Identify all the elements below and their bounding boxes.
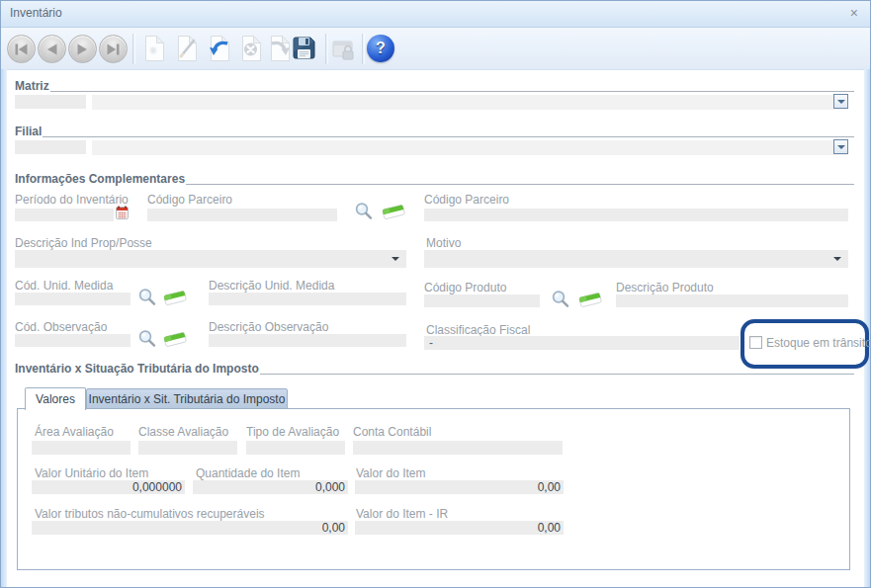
next-record-button[interactable] bbox=[68, 35, 97, 63]
eraser-icon bbox=[163, 290, 187, 306]
window-title: Inventário bbox=[10, 6, 62, 20]
tipo-avaliacao-field[interactable] bbox=[246, 441, 345, 455]
matriz-label: Matriz bbox=[15, 79, 49, 93]
valor-item-label: Valor do Item bbox=[356, 466, 425, 480]
descricao-ind-combobox[interactable] bbox=[15, 250, 406, 268]
floppy-disk-icon bbox=[291, 35, 317, 61]
descricao-observacao-label: Descrição Observação bbox=[209, 320, 328, 334]
search-icon bbox=[551, 290, 569, 308]
conta-contabil-label: Conta Contábil bbox=[353, 425, 431, 439]
tab-valores-label: Valores bbox=[36, 392, 75, 406]
valor-tributos-label: Valor tributos não-cumulativos recuperáv… bbox=[35, 507, 265, 521]
calendar-button[interactable] bbox=[116, 206, 129, 222]
filial-dropdown-button[interactable] bbox=[833, 139, 848, 154]
descricao-produto-field[interactable] bbox=[616, 294, 848, 307]
descricao-observacao-field[interactable] bbox=[209, 334, 406, 347]
classe-avaliacao-label: Classe Avaliação bbox=[138, 425, 228, 439]
tab-inventario-sit-tributaria[interactable]: Inventário x Sit. Tributária do Imposto bbox=[86, 388, 288, 409]
unid-medida-search-button[interactable] bbox=[137, 288, 156, 309]
cancel-button[interactable] bbox=[235, 35, 265, 64]
chevron-down-icon bbox=[392, 257, 399, 261]
classe-avaliacao-field[interactable] bbox=[138, 441, 237, 455]
tributo-section-label: Inventário x Situação Tributária do Impo… bbox=[15, 362, 259, 376]
cancel-x-icon bbox=[239, 35, 262, 62]
info-section-label: Informações Complementares bbox=[15, 172, 185, 186]
window-frame-left bbox=[1, 69, 7, 587]
conta-contabil-field[interactable] bbox=[353, 441, 563, 455]
filial-code-field[interactable] bbox=[15, 140, 86, 154]
valor-tributos-field[interactable]: 0,00 bbox=[32, 521, 348, 535]
eraser-icon bbox=[163, 331, 187, 348]
matriz-description-field[interactable] bbox=[92, 95, 848, 110]
area-avaliacao-field[interactable] bbox=[32, 441, 131, 455]
codigo-parceiro-search-button[interactable] bbox=[354, 202, 373, 223]
codigo-parceiro-right-field[interactable] bbox=[424, 209, 848, 221]
tributo-section-header: Inventário x Situação Tributária do Impo… bbox=[15, 362, 854, 376]
valor-item-ir-label: Valor do Item - IR bbox=[356, 507, 448, 521]
title-bar: Inventário × bbox=[1, 1, 870, 28]
codigo-produto-field[interactable] bbox=[424, 294, 540, 307]
search-icon bbox=[354, 202, 373, 220]
toolbar-separator bbox=[132, 34, 135, 64]
chevron-down-icon bbox=[837, 145, 845, 149]
info-section-header: Informações Complementares bbox=[15, 172, 854, 186]
edit-record-button[interactable] bbox=[171, 35, 201, 64]
toolbar-separator bbox=[325, 34, 328, 64]
quantidade-field[interactable]: 0,000 bbox=[193, 480, 348, 494]
codigo-parceiro-left-field[interactable] bbox=[147, 209, 337, 221]
unid-medida-clear-button[interactable] bbox=[163, 290, 187, 309]
motivo-combobox[interactable] bbox=[424, 250, 848, 268]
matriz-dropdown-button[interactable] bbox=[833, 94, 848, 109]
new-document-icon bbox=[142, 35, 165, 62]
help-icon: ? bbox=[376, 40, 386, 57]
codigo-produto-label: Código Produto bbox=[424, 281, 506, 294]
tab-valores[interactable]: Valores bbox=[25, 387, 86, 410]
matriz-rule bbox=[50, 91, 854, 92]
descricao-unid-medida-field[interactable] bbox=[209, 293, 406, 305]
observacao-clear-button[interactable] bbox=[163, 331, 187, 351]
matriz-code-field[interactable] bbox=[15, 95, 86, 109]
produto-clear-button[interactable] bbox=[578, 292, 602, 311]
valor-item-ir-field[interactable]: 0,00 bbox=[355, 521, 564, 535]
last-record-icon bbox=[107, 43, 120, 55]
undo-arrow-icon bbox=[208, 35, 230, 62]
close-icon[interactable]: × bbox=[850, 5, 858, 21]
codigo-parceiro-clear-button[interactable] bbox=[382, 204, 405, 223]
previous-record-button[interactable] bbox=[38, 35, 66, 63]
quantidade-label: Quantidade do Item bbox=[196, 466, 300, 480]
valores-tab-panel: Área Avaliação Classe Avaliação Tipo de … bbox=[17, 408, 850, 570]
first-record-icon bbox=[15, 43, 28, 55]
tributo-section-rule bbox=[260, 374, 854, 375]
tipo-avaliacao-label: Tipo de Avaliação bbox=[246, 425, 339, 439]
codigo-parceiro-left-label: Código Parceiro bbox=[147, 193, 232, 207]
help-button[interactable]: ? bbox=[367, 35, 394, 62]
new-record-button[interactable] bbox=[138, 35, 168, 64]
calendar-icon bbox=[116, 206, 129, 219]
matriz-section-header: Matriz bbox=[15, 79, 854, 93]
periodo-label: Período do Inventário bbox=[15, 193, 129, 207]
lock-button[interactable] bbox=[329, 37, 359, 66]
valor-unitario-field[interactable]: 0,000000 bbox=[32, 480, 185, 494]
descricao-produto-label: Descrição Produto bbox=[616, 281, 714, 294]
toolbar-separator bbox=[362, 34, 365, 64]
save-button[interactable] bbox=[289, 35, 318, 64]
first-record-button[interactable] bbox=[7, 35, 36, 63]
produto-search-button[interactable] bbox=[551, 290, 569, 311]
valor-unitario-label: Valor Unitário do Item bbox=[35, 466, 148, 480]
motivo-label: Motivo bbox=[426, 236, 461, 250]
cod-observacao-field[interactable] bbox=[15, 334, 131, 347]
edit-pencil-icon bbox=[175, 35, 198, 62]
valor-item-field[interactable]: 0,00 bbox=[355, 480, 564, 494]
eraser-icon bbox=[382, 204, 405, 220]
periodo-field[interactable] bbox=[15, 209, 114, 221]
cod-unid-medida-label: Cód. Unid. Medida bbox=[15, 279, 113, 293]
undo-button[interactable] bbox=[204, 35, 233, 64]
filial-description-field[interactable] bbox=[92, 140, 848, 155]
estoque-transito-checkbox[interactable] bbox=[749, 336, 762, 349]
last-record-button[interactable] bbox=[99, 35, 128, 63]
chevron-down-icon bbox=[833, 257, 841, 261]
filial-rule bbox=[43, 136, 854, 137]
observacao-search-button[interactable] bbox=[137, 329, 156, 351]
classificacao-fiscal-field[interactable]: - bbox=[424, 336, 740, 350]
cod-unid-medida-field[interactable] bbox=[15, 293, 131, 305]
